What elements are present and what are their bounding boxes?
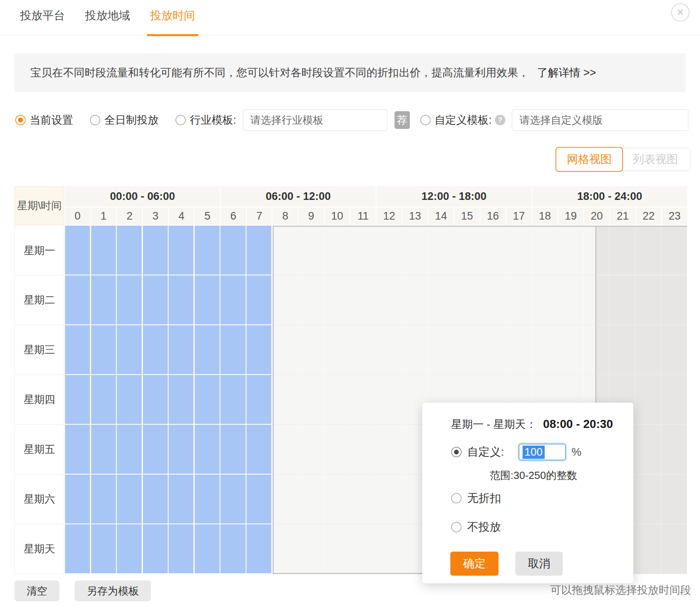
banner-text: 宝贝在不同时段流量和转化可能有所不同，您可以针对各时段设置不同的折扣出价，提高流…: [31, 65, 529, 80]
hour-header: 2: [117, 208, 142, 225]
time-range-header-row: 00:00 - 06:0006:00 - 12:0012:00 - 18:001…: [65, 186, 687, 207]
time-range-header: 18:00 - 24:00: [532, 186, 687, 207]
industry-template-input[interactable]: [243, 109, 387, 131]
custom-discount-radio[interactable]: [451, 447, 462, 457]
day-label: 星期一: [14, 226, 64, 275]
grid-view-button[interactable]: 网格视图: [556, 147, 623, 172]
hour-header: 12: [376, 208, 402, 225]
recommend-badge: 荐: [395, 111, 410, 129]
view-toggle: 网格视图 列表视图: [556, 147, 690, 172]
tab-platform[interactable]: 投放平台: [17, 8, 68, 35]
grid-top-border: [596, 226, 687, 227]
grid-corner-label: 星期\时间: [14, 186, 64, 225]
current-setting-label: 当前设置: [30, 113, 73, 127]
tab-bar: 投放平台 投放地域 投放时间: [0, 0, 700, 35]
hour-header: 17: [506, 208, 531, 225]
confirm-button[interactable]: 确定: [450, 552, 499, 576]
hour-header: 6: [221, 208, 246, 225]
hour-header: 16: [480, 208, 506, 225]
hour-header: 8: [273, 208, 298, 225]
learn-more-link[interactable]: 了解详情 >>: [537, 65, 596, 80]
option-current-setting[interactable]: 当前设置: [15, 113, 73, 127]
no-delivery-row: 不投放: [451, 519, 633, 535]
discount-dialog: 星期一 - 星期天： 08:00 - 20:30 自定义: 100 % 范围:3…: [422, 403, 633, 583]
no-delivery-label: 不投放: [467, 519, 501, 535]
custom-template-radio[interactable]: [420, 115, 431, 125]
day-label: 星期四: [14, 375, 64, 425]
time-range-header: 06:00 - 12:00: [221, 186, 376, 207]
hour-header: 9: [299, 208, 324, 225]
hour-header-row: 01234567891011121314151617181920212223: [65, 208, 687, 225]
cancel-button[interactable]: 取消: [515, 552, 563, 576]
dialog-time-range: 08:00 - 20:30: [543, 418, 613, 431]
fulltime-radio[interactable]: [90, 115, 100, 125]
dialog-buttons: 确定 取消: [450, 552, 633, 576]
fulltime-label: 全日制投放: [104, 113, 159, 127]
industry-template-radio[interactable]: [175, 115, 186, 125]
percent-sign: %: [572, 446, 582, 458]
day-label-column: 星期一星期二星期三星期四星期五星期六星期天: [14, 226, 64, 574]
no-discount-row: 无折扣: [451, 491, 633, 506]
hour-header: 4: [169, 208, 194, 225]
day-label: 星期五: [14, 425, 64, 475]
discount-range-hint: 范围:30-250的整数: [490, 468, 633, 483]
hour-header: 7: [247, 208, 272, 225]
time-range-header: 12:00 - 18:00: [376, 186, 531, 207]
day-label: 星期六: [14, 475, 64, 524]
clear-button[interactable]: 清空: [14, 581, 59, 601]
day-label: 星期天: [14, 524, 64, 574]
list-view-button[interactable]: 列表视图: [621, 148, 690, 171]
hour-header: 18: [532, 208, 558, 225]
hour-header: 19: [558, 208, 584, 225]
close-icon[interactable]: ✕: [671, 3, 690, 22]
save-as-template-button[interactable]: 另存为模板: [75, 581, 151, 601]
hour-header: 10: [325, 208, 350, 225]
hour-header: 11: [350, 208, 376, 225]
industry-template-label: 行业模板:: [190, 113, 236, 127]
custom-discount-row: 自定义: 100 %: [451, 444, 633, 460]
hour-header: 1: [91, 208, 116, 225]
custom-discount-label: 自定义:: [467, 444, 504, 460]
no-discount-radio[interactable]: [451, 493, 462, 503]
hour-header: 20: [584, 208, 609, 225]
tab-region[interactable]: 投放地域: [82, 8, 133, 35]
hour-header: 14: [428, 208, 454, 225]
current-setting-radio[interactable]: [15, 115, 26, 125]
hour-header: 23: [662, 208, 687, 225]
template-options-row: 当前设置 全日制投放 行业模板: 荐 自定义模板: ?: [15, 108, 700, 132]
no-delivery-radio[interactable]: [451, 522, 462, 532]
hour-header: 21: [610, 208, 635, 225]
custom-template-label: 自定义模板:: [435, 113, 492, 127]
discount-value: 100: [523, 446, 545, 459]
option-industry-template[interactable]: 行业模板: 荐: [175, 109, 410, 131]
day-label: 星期二: [14, 275, 64, 325]
custom-discount-input[interactable]: 100: [519, 444, 566, 460]
hour-header: 3: [143, 208, 168, 225]
no-discount-label: 无折扣: [467, 491, 501, 506]
custom-template-input[interactable]: [512, 109, 688, 131]
option-fulltime[interactable]: 全日制投放: [90, 113, 159, 127]
drag-hint-text: 可以拖拽鼠标选择投放时间段: [550, 583, 691, 597]
tab-time[interactable]: 投放时间: [147, 8, 198, 35]
dialog-day-range: 星期一 - 星期天：: [451, 417, 537, 432]
hour-header: 13: [403, 208, 428, 225]
info-banner: 宝贝在不同时段流量和转化可能有所不同，您可以针对各时段设置不同的折扣出价，提高流…: [14, 53, 686, 92]
help-icon[interactable]: ?: [495, 115, 505, 125]
option-custom-template[interactable]: 自定义模板: ?: [420, 109, 689, 131]
hour-header: 5: [195, 208, 220, 225]
dialog-title: 星期一 - 星期天： 08:00 - 20:30: [451, 417, 633, 432]
hour-header: 0: [65, 208, 90, 225]
hour-header: 15: [454, 208, 480, 225]
day-label: 星期三: [14, 325, 64, 375]
selected-cells-block[interactable]: [65, 226, 273, 574]
time-range-header: 00:00 - 06:00: [65, 186, 220, 207]
hour-header: 22: [636, 208, 661, 225]
